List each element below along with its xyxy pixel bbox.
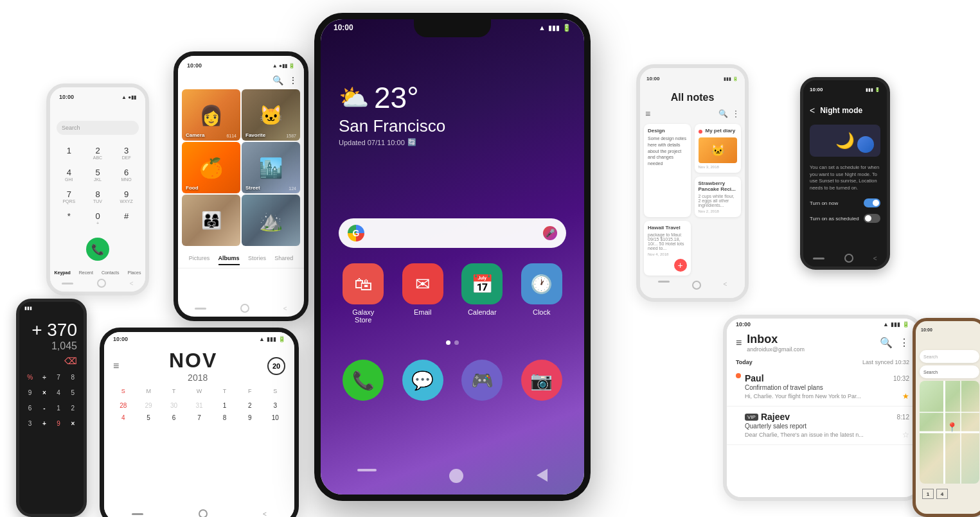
email-item-rajeev[interactable]: VIP Rajeev 8:12 Quarterly sales report D… [727, 407, 918, 445]
dialer-key-3[interactable]: 3DEF [112, 143, 140, 163]
google-search-bar[interactable]: G 🎤 [339, 218, 566, 248]
map-search-bar-2[interactable]: Search [920, 365, 979, 378]
gallery-street-cell[interactable]: Street 124 [242, 142, 300, 193]
dialer-key-1[interactable]: 1 [55, 143, 83, 163]
calc-7[interactable]: 7 [52, 370, 66, 385]
game-launcher-app[interactable]: 🎮 [461, 360, 503, 401]
refresh-icon[interactable]: 🔄 [407, 138, 416, 146]
dialer-key-4[interactable]: 4GHI [55, 164, 83, 185]
note-strawberry[interactable]: Strawberry Pancake Reci... 2 cups white … [695, 177, 742, 217]
scale-1[interactable]: 1 [922, 489, 934, 499]
cal-nav-back[interactable]: < [263, 511, 267, 518]
calc-5[interactable]: 5 [66, 385, 80, 400]
cal-day-9[interactable]: 9 [237, 412, 262, 424]
cal-day-30[interactable]: 30 [161, 399, 186, 412]
note-design[interactable]: Design Some design notes here with detai… [644, 124, 691, 217]
calc-4[interactable]: 4 [52, 385, 66, 400]
night-back-icon[interactable]: < [810, 105, 815, 116]
tab-places[interactable]: Places [128, 270, 141, 275]
email-app[interactable]: ✉ Email [402, 263, 443, 324]
email-star-rajeev[interactable]: ☆ [902, 430, 909, 439]
dialer-key-5[interactable]: 5JKL [84, 164, 112, 185]
notes-more-icon[interactable]: ⋮ [732, 109, 740, 118]
email-more-icon[interactable]: ⋮ [899, 337, 909, 349]
calc-plus[interactable]: + [37, 416, 51, 431]
dialer-search-bar[interactable]: Search [57, 121, 139, 135]
calendar-app[interactable]: 📅 Calendar [461, 263, 503, 324]
cal-nav-home[interactable] [199, 509, 208, 517]
tab-albums[interactable]: Albums [218, 255, 240, 265]
page-dot-2[interactable] [454, 340, 459, 345]
calc-divide[interactable]: ÷ [37, 370, 51, 385]
note-hawaii[interactable]: Hawaii Travel package to Maui: 09/15 $10… [644, 221, 691, 276]
cal-nav-apps[interactable] [132, 513, 143, 515]
tab-pictures[interactable]: Pictures [189, 255, 210, 265]
calc-multiply-b[interactable]: × [66, 416, 80, 431]
cal-day-7[interactable]: 7 [186, 412, 211, 424]
gallery-food-cell[interactable]: Food [182, 142, 240, 193]
notes-search-icon[interactable]: 🔍 [718, 109, 728, 118]
dialer-key-8[interactable]: 8TUV [84, 186, 112, 207]
dialer-key-2[interactable]: 2ABC [84, 143, 112, 163]
nav-apps-icon[interactable] [62, 283, 73, 285]
notes-nav-apps[interactable] [658, 281, 670, 283]
calc-percent[interactable]: % [23, 370, 37, 385]
night-toggle-2-switch[interactable] [864, 214, 880, 223]
calc-9[interactable]: 9 [23, 385, 37, 400]
email-item-paul[interactable]: Paul 10:32 Confirmation of travel plans … [727, 368, 918, 407]
tab-stories[interactable]: Stories [248, 255, 266, 265]
note-pet-diary[interactable]: My pet diary 🐱 Nov 3, 2018 [695, 124, 742, 173]
messages-app[interactable]: 💬 [402, 360, 443, 401]
calc-9-b[interactable]: 9 [52, 416, 66, 431]
gallery-family-cell[interactable] [182, 195, 240, 246]
tab-contacts[interactable]: Contacts [102, 270, 120, 275]
nav-apps-btn[interactable] [357, 469, 377, 471]
phone-app[interactable]: 📞 [343, 360, 384, 401]
nav-home-icon-gallery[interactable] [240, 304, 249, 313]
nav-back-icon-gallery[interactable]: < [283, 305, 287, 312]
dialer-key-9[interactable]: 9WXYZ [112, 186, 140, 207]
gallery-mountain-cell[interactable] [242, 195, 300, 246]
page-dot-1[interactable] [446, 340, 450, 345]
email-search-icon[interactable]: 🔍 [880, 337, 893, 349]
nav-back-icon[interactable]: < [130, 280, 134, 287]
tab-keypad[interactable]: Keypad [54, 270, 70, 275]
notes-nav-home[interactable] [692, 281, 701, 290]
cal-day-28[interactable]: 28 [111, 399, 136, 412]
cal-day-10[interactable]: 10 [263, 412, 288, 424]
cal-day-31[interactable]: 31 [186, 399, 211, 412]
night-nav-back[interactable]: < [873, 255, 877, 262]
calc-multiply[interactable]: × [37, 385, 51, 400]
night-nav-apps[interactable] [813, 258, 824, 259]
cal-day-29[interactable]: 29 [136, 399, 161, 412]
call-button[interactable]: 📞 [86, 238, 109, 261]
gallery-search-icon[interactable]: 🔍 [272, 75, 283, 85]
nav-home-icon[interactable] [97, 279, 106, 288]
nav-back-btn[interactable] [537, 469, 548, 482]
cal-day-2[interactable]: 2 [237, 399, 262, 412]
camera-app[interactable]: 📷 [521, 360, 562, 401]
calendar-menu-icon[interactable]: ≡ [113, 360, 119, 372]
calc-2[interactable]: 2 [66, 401, 80, 416]
calc-3[interactable]: 3 [23, 416, 37, 431]
night-nav-home[interactable] [844, 254, 853, 263]
gallery-more-icon[interactable]: ⋮ [289, 75, 298, 85]
tab-recent[interactable]: Recent [79, 270, 93, 275]
gallery-favorite-cell[interactable]: Favorite 1587 [242, 89, 300, 141]
cal-day-8[interactable]: 8 [212, 412, 237, 424]
calc-minus[interactable]: - [37, 401, 51, 416]
note-add-button[interactable]: + [674, 259, 687, 272]
night-toggle-1-switch[interactable] [864, 198, 880, 207]
calc-8[interactable]: 8 [66, 370, 80, 385]
calendar-date-badge[interactable]: 20 [267, 357, 285, 375]
email-star-paul[interactable]: ★ [902, 392, 909, 401]
tab-shared[interactable]: Shared [274, 255, 293, 265]
calc-6[interactable]: 6 [23, 401, 37, 416]
cal-day-3[interactable]: 3 [263, 399, 288, 412]
map-search-bar[interactable]: Search [920, 350, 979, 363]
nav-home-btn[interactable] [449, 469, 463, 483]
dialer-key-star[interactable]: * [55, 208, 83, 229]
galaxy-store-app[interactable]: 🛍 GalaxyStore [343, 263, 384, 324]
clock-app[interactable]: 🕐 Clock [521, 263, 562, 324]
cal-day-5[interactable]: 5 [136, 412, 161, 424]
